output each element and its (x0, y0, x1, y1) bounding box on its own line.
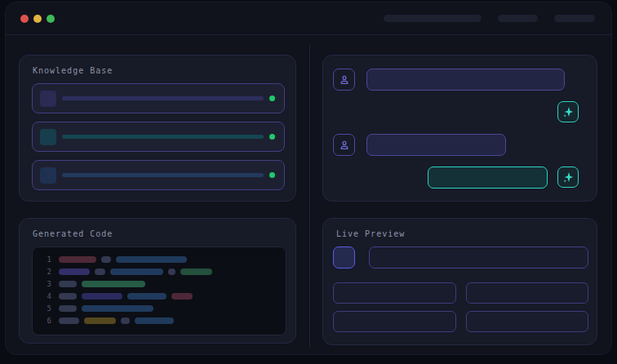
close-button[interactable] (20, 15, 29, 23)
code-token (59, 317, 79, 324)
line-number: 3 (40, 280, 51, 288)
code-token (59, 305, 77, 312)
status-dot (269, 95, 275, 101)
app-window: Knowledge Base Generated Code 123456 (5, 2, 612, 355)
status-dot (269, 172, 275, 178)
line-number: 1 (40, 255, 51, 264)
code-token (84, 317, 116, 324)
code-token (127, 293, 166, 300)
progress-bar (62, 135, 264, 139)
preview-card (333, 282, 456, 304)
assistant-reply-bubble (428, 166, 548, 189)
knowledge-source-item[interactable] (32, 160, 285, 190)
user-message-bubble (366, 134, 506, 156)
knowledge-base-panel: Knowledge Base (19, 55, 296, 202)
code-token (95, 269, 105, 275)
source-icon (40, 129, 56, 145)
code-token (59, 256, 96, 263)
code-line: 4 (33, 290, 286, 302)
sparkle-icon (562, 171, 575, 184)
code-line: 6 (33, 314, 286, 326)
code-token (82, 293, 122, 300)
code-token (180, 269, 212, 275)
line-number: 4 (40, 292, 51, 300)
live-preview-panel: Live Preview (322, 218, 597, 345)
code-token (121, 317, 130, 324)
code-line: 1 (33, 253, 286, 265)
code-token (59, 281, 77, 287)
code-token (171, 293, 193, 300)
nav-pill[interactable] (554, 15, 595, 22)
progress-bar (62, 96, 264, 100)
code-token (110, 269, 163, 275)
status-dot (269, 134, 275, 140)
preview-header-bar (369, 246, 588, 269)
sparkle-icon (562, 105, 575, 118)
assistant-chat-panel (322, 55, 597, 202)
column-divider (309, 45, 310, 348)
minimize-button[interactable] (33, 15, 42, 23)
knowledge-source-item[interactable] (32, 83, 285, 113)
panel-title: Generated Code (33, 229, 113, 238)
traffic-lights (20, 15, 55, 23)
window-titlebar (6, 2, 611, 35)
generate-button[interactable] (557, 166, 579, 188)
code-token (168, 269, 175, 275)
code-token (116, 256, 187, 263)
source-icon (40, 91, 56, 107)
nav-pill[interactable] (384, 15, 482, 22)
user-icon (339, 140, 350, 151)
code-line: 5 (33, 302, 286, 314)
panel-title: Live Preview (336, 229, 405, 238)
generated-code-panel: Generated Code 123456 (19, 218, 296, 344)
panel-title: Knowledge Base (33, 66, 113, 75)
user-avatar (333, 134, 355, 156)
code-token (82, 305, 153, 312)
generate-button[interactable] (557, 101, 579, 122)
knowledge-source-item[interactable] (32, 122, 285, 152)
code-token (82, 281, 145, 287)
nav-pill[interactable] (498, 15, 538, 22)
navbar (384, 15, 595, 22)
line-number: 6 (40, 317, 51, 325)
progress-bar (62, 173, 264, 177)
code-editor: 123456 (32, 246, 286, 335)
preview-card (466, 282, 588, 304)
user-icon (339, 74, 350, 86)
preview-card (466, 311, 588, 332)
code-token (59, 269, 90, 275)
maximize-button[interactable] (47, 15, 55, 23)
code-token (135, 317, 174, 324)
source-icon (40, 167, 56, 184)
code-token (59, 293, 77, 300)
line-number: 5 (40, 304, 51, 313)
user-avatar (333, 69, 355, 91)
user-message-bubble (366, 69, 565, 91)
knowledge-base-list (32, 83, 285, 190)
code-line: 2 (33, 265, 286, 277)
preview-card (333, 311, 456, 332)
code-token (101, 256, 111, 263)
code-line: 3 (33, 277, 286, 290)
preview-logo-square (333, 246, 355, 269)
line-number: 2 (40, 268, 51, 276)
